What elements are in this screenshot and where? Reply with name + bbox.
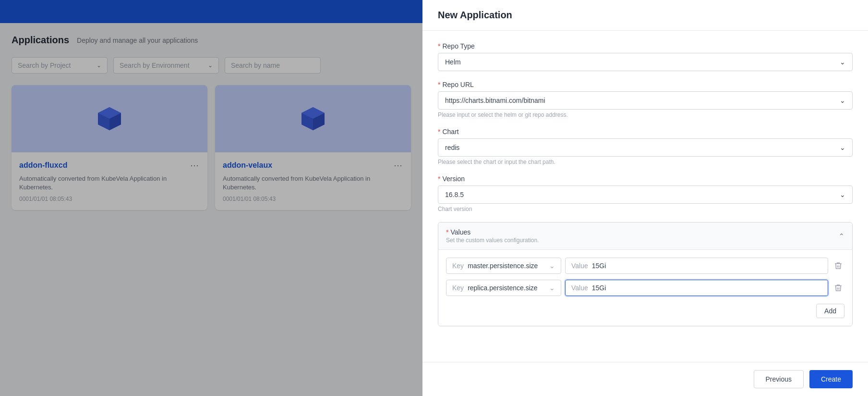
- values-header-left: * Values Set the custom values configura…: [446, 228, 539, 244]
- kv-value-input-0[interactable]: Value: [565, 258, 828, 274]
- chart-value: redis: [445, 144, 459, 151]
- values-collapse-button[interactable]: [839, 232, 844, 240]
- repo-url-required: *: [438, 81, 440, 88]
- kv-key-value-0: master.persistence.size: [468, 262, 538, 270]
- kv-key-select-1[interactable]: Key replica.persistence.size: [446, 280, 561, 296]
- add-button[interactable]: Add: [816, 304, 844, 318]
- chart-required: *: [438, 128, 440, 136]
- version-label: * Version: [438, 175, 853, 183]
- panel-body: * Repo Type Helm * Repo URL https://char…: [422, 31, 868, 362]
- kv-key-chevron-0: [549, 262, 555, 270]
- kv-delete-btn-0[interactable]: [832, 260, 844, 272]
- repo-type-label: * Repo Type: [438, 42, 853, 50]
- repo-url-label: * Repo URL: [438, 81, 853, 88]
- repo-url-hint: Please input or select the helm or git r…: [438, 111, 853, 118]
- panel-footer: Previous Create: [422, 362, 868, 396]
- version-label-text: Version: [442, 175, 465, 183]
- overlay: [0, 0, 422, 396]
- kv-value-field-0[interactable]: [592, 262, 822, 270]
- repo-url-label-text: Repo URL: [442, 81, 473, 88]
- kv-row-1: Key replica.persistence.size Value: [446, 280, 844, 296]
- chart-select[interactable]: redis: [438, 138, 853, 157]
- kv-key-label-1: Key: [452, 284, 464, 292]
- kv-key-label-0: Key: [452, 262, 464, 270]
- previous-button[interactable]: Previous: [754, 370, 804, 388]
- values-section: * Values Set the custom values configura…: [438, 222, 853, 326]
- values-body: Key master.persistence.size Value: [438, 250, 852, 326]
- chart-chevron: [840, 144, 845, 151]
- values-field: * Values Set the custom values configura…: [438, 222, 853, 326]
- chart-label: * Chart: [438, 128, 853, 136]
- values-subtitle: Set the custom values configuration.: [446, 237, 539, 244]
- repo-type-chevron: [840, 58, 845, 66]
- create-button[interactable]: Create: [809, 370, 853, 388]
- kv-key-chevron-1: [549, 284, 555, 292]
- version-field: * Version 16.8.5 Chart version: [438, 175, 853, 212]
- values-header: * Values Set the custom values configura…: [438, 223, 852, 250]
- repo-type-label-text: Repo Type: [442, 42, 474, 50]
- right-panel: New Application * Repo Type Helm * Repo …: [422, 0, 868, 396]
- kv-value-field-1[interactable]: [592, 284, 822, 292]
- repo-type-required: *: [438, 42, 440, 50]
- chart-field: * Chart redis Please select the chart or…: [438, 128, 853, 165]
- values-required: *: [446, 228, 448, 236]
- version-chevron: [840, 191, 845, 198]
- version-select[interactable]: 16.8.5: [438, 186, 853, 204]
- panel-title: New Application: [438, 10, 512, 20]
- kv-value-label-1: Value: [571, 284, 588, 292]
- kv-value-input-1[interactable]: Value: [565, 280, 828, 296]
- repo-url-field: * Repo URL https://charts.bitnami.com/bi…: [438, 81, 853, 118]
- kv-row-0: Key master.persistence.size Value: [446, 258, 844, 274]
- values-label-text: Values: [450, 228, 470, 236]
- repo-type-field: * Repo Type Helm: [438, 42, 853, 71]
- repo-type-value: Helm: [445, 58, 461, 66]
- delete-icon-0: [834, 261, 843, 270]
- chart-label-text: Chart: [442, 128, 458, 136]
- version-required: *: [438, 175, 440, 183]
- repo-url-chevron: [840, 97, 845, 104]
- delete-icon-1: [834, 284, 843, 292]
- kv-key-value-1: replica.persistence.size: [468, 284, 538, 292]
- kv-delete-btn-1[interactable]: [832, 282, 844, 294]
- repo-url-value: https://charts.bitnami.com/bitnami: [445, 97, 545, 104]
- kv-value-label-0: Value: [571, 262, 588, 270]
- repo-type-select[interactable]: Helm: [438, 53, 853, 71]
- repo-url-select[interactable]: https://charts.bitnami.com/bitnami: [438, 91, 853, 110]
- kv-key-select-0[interactable]: Key master.persistence.size: [446, 258, 561, 274]
- version-hint: Chart version: [438, 206, 853, 212]
- version-value: 16.8.5: [445, 191, 464, 198]
- chart-hint: Please select the chart or input the cha…: [438, 159, 853, 165]
- panel-header: New Application: [422, 0, 868, 31]
- values-label: * Values: [446, 228, 470, 236]
